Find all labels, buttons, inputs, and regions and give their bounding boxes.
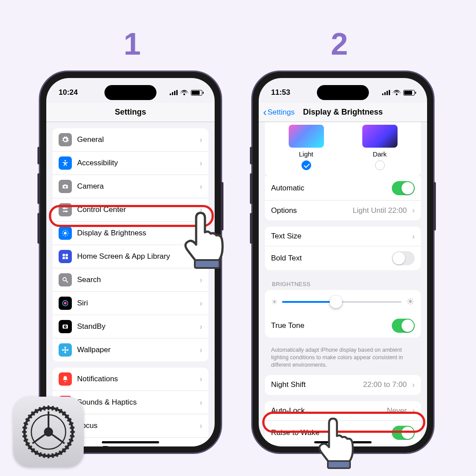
appearance-dark[interactable]: Dark: [353, 125, 406, 170]
svg-point-27: [64, 349, 67, 351]
gear-icon: [59, 133, 72, 146]
sun-large-icon: ☀: [406, 296, 415, 308]
svg-rect-69: [22, 427, 27, 429]
brightness-slider[interactable]: [282, 301, 402, 303]
pointer-hand-icon: [176, 212, 229, 273]
appearance-light[interactable]: Light: [280, 125, 333, 170]
svg-rect-58: [52, 453, 54, 458]
wifi-icon: [180, 90, 188, 95]
settings-app-icon: [13, 397, 84, 467]
radio-checked-icon: [301, 160, 311, 170]
svg-line-12: [67, 235, 68, 236]
svg-rect-67: [22, 435, 27, 438]
toggle-raise-to-wake[interactable]: [392, 426, 415, 440]
chevron-icon: ›: [200, 135, 202, 145]
status-time: 10:24: [59, 88, 78, 97]
dynamic-island: [317, 85, 369, 100]
battery-icon: [191, 90, 202, 96]
flower-icon: [59, 343, 72, 357]
sun-small-icon: ☀: [271, 298, 278, 307]
radio-unchecked-icon: [375, 160, 385, 170]
step-number-1: 1: [119, 26, 145, 62]
sliders-icon: [59, 203, 72, 216]
row-general[interactable]: General›: [52, 128, 208, 152]
status-time: 11:53: [271, 88, 290, 97]
row-label: General: [77, 135, 194, 144]
svg-point-0: [64, 160, 66, 161]
accessibility-icon: [59, 156, 72, 170]
appearance-picker: Light Dark: [265, 122, 421, 176]
navbar: Settings: [46, 103, 215, 122]
svg-point-30: [62, 349, 64, 351]
toggle-true-tone[interactable]: [392, 319, 415, 333]
navbar: ‹Settings Display & Brightness: [259, 103, 427, 122]
svg-rect-76: [43, 406, 46, 411]
svg-rect-17: [63, 257, 65, 259]
cellular-icon: [170, 90, 178, 95]
svg-point-28: [64, 347, 66, 349]
chevron-left-icon: ‹: [263, 107, 267, 118]
row-camera[interactable]: Camera›: [52, 175, 208, 198]
search-icon: [59, 273, 72, 286]
row-true-tone: True Tone: [265, 314, 421, 338]
cellular-icon: [382, 90, 390, 95]
dark-thumbnail: [362, 125, 398, 148]
svg-rect-41: [48, 405, 49, 410]
svg-point-6: [64, 232, 67, 234]
svg-rect-16: [66, 254, 68, 256]
svg-rect-42: [52, 406, 54, 411]
row-standby[interactable]: StandBy›: [52, 315, 208, 338]
camera-icon: [59, 180, 72, 193]
svg-point-4: [63, 207, 66, 209]
svg-point-1: [64, 186, 67, 188]
svg-rect-51: [70, 435, 74, 438]
brightness-icon: [59, 227, 72, 240]
toggle-bold-text[interactable]: [392, 251, 415, 265]
row-wallpaper[interactable]: Wallpaper›: [52, 338, 208, 361]
page-title: Display & Brightness: [303, 108, 383, 117]
phone-frame-2: 11:53 ‹Settings Display & Brightness Lig…: [251, 71, 435, 454]
svg-point-31: [67, 349, 69, 351]
row-notifications[interactable]: Notifications›: [52, 368, 208, 391]
svg-rect-18: [66, 257, 68, 259]
row-text-size[interactable]: Text Size›: [265, 227, 421, 246]
row-siri[interactable]: Siri›: [52, 292, 208, 315]
svg-line-11: [63, 231, 64, 232]
step-number-2: 2: [326, 26, 353, 62]
svg-point-29: [64, 351, 66, 353]
row-automatic: Automatic: [265, 176, 421, 201]
pointer-hand-icon: [311, 417, 359, 473]
wifi-icon: [393, 90, 401, 95]
row-bold-text: Bold Text: [265, 246, 421, 270]
row-options[interactable]: Options Light Until 22:00 ›: [265, 201, 421, 220]
svg-rect-49: [70, 427, 74, 429]
section-header-brightness: BRIGHTNESS: [259, 276, 427, 289]
svg-rect-50: [70, 431, 74, 433]
svg-point-19: [63, 278, 67, 281]
bell-icon: [59, 372, 72, 386]
svg-line-20: [66, 281, 68, 283]
row-accessibility[interactable]: Accessibility›: [52, 152, 208, 175]
toggle-automatic[interactable]: [392, 181, 415, 195]
svg-point-22: [64, 302, 67, 305]
brightness-slider-row: ☀ ☀: [265, 290, 421, 314]
dynamic-island: [104, 85, 156, 100]
clock-icon: [59, 320, 72, 333]
svg-line-13: [67, 231, 68, 232]
svg-rect-68: [22, 431, 26, 433]
svg-line-14: [63, 235, 64, 236]
siri-icon: [59, 297, 72, 310]
true-tone-footnote: Automatically adapt iPhone display based…: [259, 344, 427, 369]
grid-icon: [59, 250, 72, 263]
svg-rect-15: [63, 254, 65, 256]
svg-rect-33: [195, 260, 219, 268]
svg-rect-59: [48, 454, 49, 458]
svg-rect-60: [43, 453, 46, 458]
back-button[interactable]: ‹Settings: [263, 107, 294, 118]
svg-rect-34: [328, 461, 350, 468]
page-title: Settings: [115, 108, 146, 117]
row-night-shift[interactable]: Night Shift 22:00 to 7:00 ›: [265, 375, 421, 395]
home-indicator[interactable]: [102, 441, 159, 443]
svg-point-5: [65, 210, 67, 212]
battery-icon: [403, 90, 415, 96]
